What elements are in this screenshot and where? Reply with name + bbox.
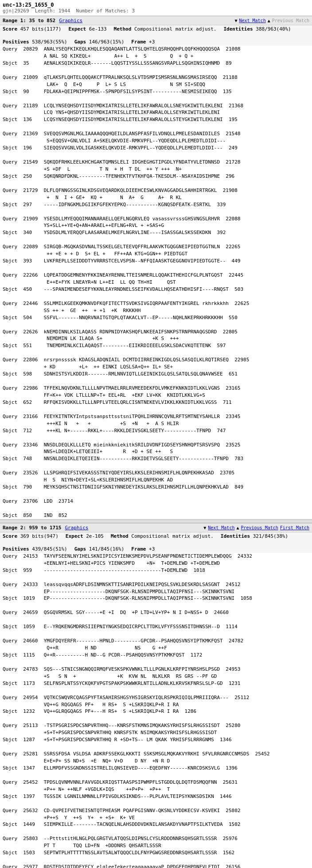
next-match-btn-2[interactable]: Next Match <box>208 525 234 530</box>
gaps-label-2: Gaps 141/845(16%) <box>74 546 125 552</box>
identities-label-2: Identities 321/845(38%) <box>221 533 288 539</box>
expect-label-2: Expect 2e-105 <box>66 533 104 539</box>
alignment-text-2: Query 24153 TAYVFSEENLNYIHELSKNIIPICSYIE… <box>3 553 309 868</box>
score-row-2: Score 369 bits(947) Expect 2e-105 Method… <box>0 532 312 553</box>
prev-match-arrow-2: ▲ <box>236 525 239 530</box>
expect-label-1: Expect 6e-133 <box>68 26 106 32</box>
gaps-label-1: Gaps 146/963(15%) <box>74 39 125 45</box>
positives-label-1: Positives 538/963(55%) <box>3 39 67 45</box>
page-header: unc-13:25_1655_0 gjn|29269 Length: 1944 … <box>0 0 312 16</box>
range-section-1: Range 1: 35 to 852 Graphics ▼ Next Match… <box>0 16 312 520</box>
method-label-2: Method Compositional matrix adjust. <box>111 533 214 539</box>
prev-match-btn-1[interactable]: Previous Match <box>272 18 309 23</box>
nav-buttons-1: ▼ Next Match ▲ Previous Match <box>234 18 309 23</box>
positives-label-2: Positives 439/845(51%) <box>3 546 67 552</box>
prev-match-arrow-1: ▲ <box>268 18 270 23</box>
range-graphics-link-2[interactable]: Graphics <box>65 525 88 531</box>
page-info: gjn|29269 Length: 1944 Number of Matches… <box>3 8 309 14</box>
next-match-btn-1[interactable]: Next Match <box>239 18 265 23</box>
section-divider-1 <box>0 520 312 523</box>
frame-label-2: Frame +3 <box>131 546 155 552</box>
range-section-2: Range 2: 959 to 1715 Graphics ▼ Next Mat… <box>0 523 312 868</box>
range-title-2: Range 2: 959 to 1715 <box>3 525 61 531</box>
sequence-id: gjn|29269 <box>3 8 29 14</box>
identities-label-1: Identities 388/963(40%) <box>223 26 291 32</box>
alignment-block-1: Query 20829 ANALYSEQFKIKEQLKHQLESQQAQANT… <box>0 46 312 519</box>
next-match-arrow-2: ▼ <box>203 525 206 530</box>
range-header-2: Range 2: 959 to 1715 Graphics ▼ Next Mat… <box>0 523 312 532</box>
score-label-2: Score 369 bits(947) <box>3 533 58 539</box>
sequence-length: 1944 <box>58 8 70 14</box>
first-match-btn-2[interactable]: First Match <box>280 525 309 530</box>
range-header-1: Range 1: 35 to 852 Graphics ▼ Next Match… <box>0 16 312 25</box>
score-row-1: Score 457 bits(1177) Expect 6e-133 Metho… <box>0 25 312 46</box>
range-graphics-link-1[interactable]: Graphics <box>59 18 82 23</box>
nav-buttons-2: ▼ Next Match ▲ Previous Match First Matc… <box>203 525 309 530</box>
page-container: unc-13:25_1655_0 gjn|29269 Length: 1944 … <box>0 0 312 868</box>
alignment-text-1: Query 20829 ANALYSEQFKIKEQLKHQLESQQAQANT… <box>3 46 309 519</box>
next-match-arrow-1: ▼ <box>234 18 237 23</box>
alignment-block-2: Query 24153 TAYVFSEENLNYIHELSKNIIPICSYIE… <box>0 553 312 868</box>
frame-label-1: Frame +3 <box>131 39 155 45</box>
range-title-1: Range 1: 35 to 852 <box>3 18 55 23</box>
prev-match-btn-2[interactable]: Previous Match <box>241 525 278 530</box>
score-label-1: Score 457 bits(1177) <box>3 26 61 32</box>
page-title: unc-13:25_1655_0 <box>3 2 309 8</box>
method-label-1: Method Compositional matrix adjust. <box>114 26 217 32</box>
num-matches: Number of Matches: 3 <box>76 8 135 14</box>
